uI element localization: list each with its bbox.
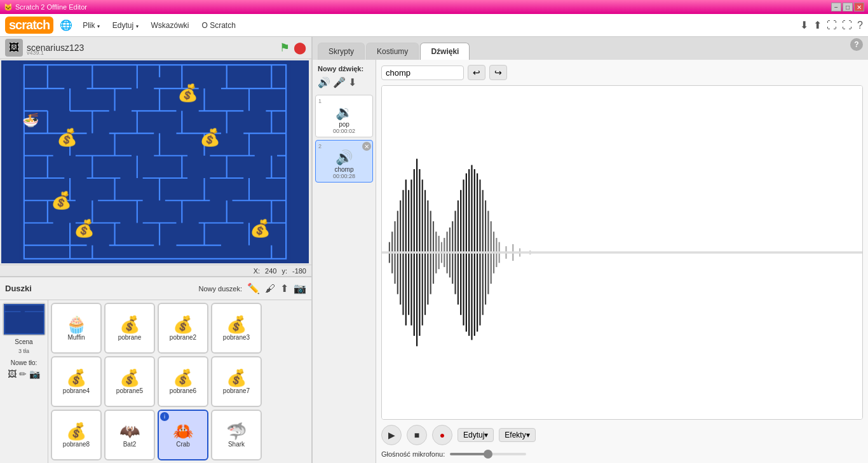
menu-edytuj[interactable]: Edytuj ▾ <box>107 18 144 32</box>
edit-dropdown-button[interactable]: Edytuj▾ <box>458 428 494 442</box>
undo-button[interactable]: ↩ <box>468 65 485 80</box>
sprite-item-pobrane5[interactable]: 💰 pobrane5 <box>104 356 155 407</box>
coords-bar: X: 240 y: -180 <box>0 265 311 276</box>
sprite-emoji: 💰 <box>173 370 193 386</box>
menubar-right: ⬇ ⬆ ⛶ ⛶ ? <box>800 19 863 31</box>
sound-editor: ↩ ↪ <box>376 60 868 463</box>
menu-plik[interactable]: Plik ▾ <box>78 18 105 32</box>
tab-skrypty[interactable]: Skrypty <box>318 43 365 60</box>
minimize-button[interactable]: − <box>831 3 841 11</box>
green-flag-button[interactable]: ⚑ <box>280 41 290 55</box>
sprite-name: Bat2 <box>123 441 137 448</box>
maze-svg: 💰 💰 💰 💰 💰 💰 🍜 🦀 🦇 <box>1 60 309 263</box>
record-button[interactable]: ● <box>432 425 452 445</box>
bg-tools: 🖼 ✏ 📷 <box>8 369 40 379</box>
sound-duration: 00:00:28 <box>333 173 355 179</box>
sprite-name: pobrane2 <box>170 334 196 341</box>
maximize-button[interactable]: □ <box>843 3 853 11</box>
fullscreen-icon[interactable]: ⛶ <box>827 20 837 31</box>
sound-name: pop <box>339 121 349 128</box>
svg-text:🍜: 🍜 <box>22 113 39 129</box>
fx-dropdown-button[interactable]: Efekty▾ <box>499 428 535 442</box>
add-sprite-paint-icon[interactable]: 🖌 <box>265 283 275 294</box>
help-icon[interactable]: ? <box>850 38 863 51</box>
stop-playback-button[interactable]: ■ <box>407 425 427 445</box>
volume-row: Głośność mikrofonu: <box>381 450 863 458</box>
import-icon[interactable]: ⬇ <box>800 19 808 31</box>
sprite-item-pobrane7[interactable]: 💰 pobrane7 <box>211 356 262 407</box>
sound-name-input[interactable] <box>381 66 464 80</box>
turbo-icon[interactable]: ⛶ <box>842 20 852 31</box>
edit-label: Edytuj▾ <box>463 431 488 439</box>
svg-text:💰: 💰 <box>57 128 78 148</box>
svg-text:💰: 💰 <box>51 190 72 211</box>
bg-paint-icon[interactable]: 🖼 <box>8 369 17 379</box>
main-area: 🖼 scenariusz123 ⚑ ⬤ v439.1 <box>0 37 868 463</box>
sounds-panel: Nowy dźwięk: 🔊 🎤 ⬇ 1 🔉 pop 00:00:02 2 ✕ <box>313 60 868 463</box>
bg-draw-icon[interactable]: ✏ <box>19 369 27 379</box>
svg-rect-93 <box>4 304 44 335</box>
titlebar-controls: − □ ✕ <box>831 3 864 11</box>
stage-toolbar: 🖼 scenariusz123 ⚑ ⬤ <box>0 37 311 59</box>
menu-wskazowki[interactable]: Wskazówki <box>146 18 194 32</box>
sprite-item-pobrane[interactable]: 💰 pobrane <box>104 303 155 354</box>
tab-kostiumy[interactable]: Kostiumy <box>366 43 419 60</box>
redo-button[interactable]: ↪ <box>489 65 507 80</box>
add-sprite-draw-icon[interactable]: ✏️ <box>247 282 260 294</box>
scene-thumbnail[interactable] <box>3 303 46 336</box>
playback-controls: ▶ ■ ● Edytuj▾ Efekty▾ <box>381 425 863 445</box>
sound-item-chomp[interactable]: 2 ✕ 🔊 chomp 00:00:28 <box>315 140 373 183</box>
bg-camera-icon[interactable]: 📷 <box>29 369 40 379</box>
help-menu-icon[interactable]: ? <box>857 20 863 31</box>
bottom-panel: Duszki Nowy duszek: ✏️ 🖌 ⬆ 📷 Scena 3 tła… <box>0 276 311 463</box>
sprite-item-muffin[interactable]: 🧁 Muffin <box>51 303 102 354</box>
add-sprite-upload-icon[interactable]: ⬆ <box>280 282 288 294</box>
tab-dzwieki[interactable]: Dźwięki <box>420 43 470 60</box>
close-button[interactable]: ✕ <box>854 3 864 11</box>
export-icon[interactable]: ⬆ <box>813 19 822 31</box>
menubar: scratch 🌐 Plik ▾ Edytuj ▾ Wskazówki O Sc… <box>0 14 868 37</box>
sprite-emoji: 🦀 <box>173 423 193 439</box>
waveform-svg <box>382 86 862 419</box>
sprite-item-crab[interactable]: i 🦀 Crab <box>158 410 208 460</box>
play-button[interactable]: ▶ <box>381 425 402 445</box>
sprite-item-pobrane2[interactable]: 💰 pobrane2 <box>158 303 208 354</box>
version-label: v439.1 <box>27 50 44 56</box>
titlebar-title: 🐱 Scratch 2 Offline Editor <box>4 3 87 11</box>
stop-button[interactable]: ⬤ <box>294 41 306 55</box>
sprite-name: pobrane3 <box>223 334 250 341</box>
sound-remove-button[interactable]: ✕ <box>362 142 371 151</box>
volume-slider[interactable] <box>450 453 526 455</box>
sprites-header: Duszki Nowy duszek: ✏️ 🖌 ⬆ 📷 <box>0 277 311 300</box>
sprite-item-pobrane4[interactable]: 💰 pobrane4 <box>51 356 102 407</box>
sound-import-icon[interactable]: ⬇ <box>348 76 356 88</box>
sprite-item-shark[interactable]: 🦈 Shark <box>211 410 262 460</box>
waveform-container <box>381 85 863 420</box>
sound-item-pop[interactable]: 1 🔉 pop 00:00:02 <box>315 95 373 137</box>
sprite-emoji: 🧁 <box>66 316 86 333</box>
sprite-name: Shark <box>228 441 245 448</box>
sprite-item-bat2[interactable]: 🦇 Bat2 <box>104 410 155 460</box>
sprite-info-badge: i <box>160 412 169 421</box>
y-label: y: <box>281 267 287 275</box>
left-panel: 🖼 scenariusz123 ⚑ ⬤ v439.1 <box>0 37 311 463</box>
sprite-item-pobrane6[interactable]: 💰 pobrane6 <box>158 356 208 407</box>
tabs-bar: Skrypty Kostiumy Dźwięki <box>313 37 868 60</box>
stage-thumbnail-icon: 🖼 <box>5 39 23 57</box>
add-sprite-camera-icon[interactable]: 📷 <box>294 282 306 294</box>
sprite-emoji: 🦈 <box>226 423 247 439</box>
sound-icons: 🔊 🎤 ⬇ <box>315 75 373 90</box>
sound-speaker-icon[interactable]: 🔊 <box>318 76 330 88</box>
globe-icon[interactable]: 🌐 <box>60 19 72 31</box>
sprite-name: pobrane6 <box>170 387 196 394</box>
sound-mic-icon[interactable]: 🎤 <box>333 76 346 88</box>
sprite-item-pobrane3[interactable]: 💰 pobrane3 <box>211 303 262 354</box>
sprite-name: pobrane8 <box>63 441 90 448</box>
sprite-name: pobrane7 <box>223 387 250 394</box>
scene-panel: Scena 3 tła Nowe tło: 🖼 ✏ 📷 <box>0 300 48 463</box>
app-icon: 🐱 <box>4 3 13 11</box>
menu-o-scratch[interactable]: O Scratch <box>197 18 241 32</box>
svg-text:💰: 💰 <box>74 218 95 238</box>
sprite-emoji: 💰 <box>119 316 140 333</box>
sprite-item-pobrane8[interactable]: 💰 pobrane8 <box>51 410 102 460</box>
